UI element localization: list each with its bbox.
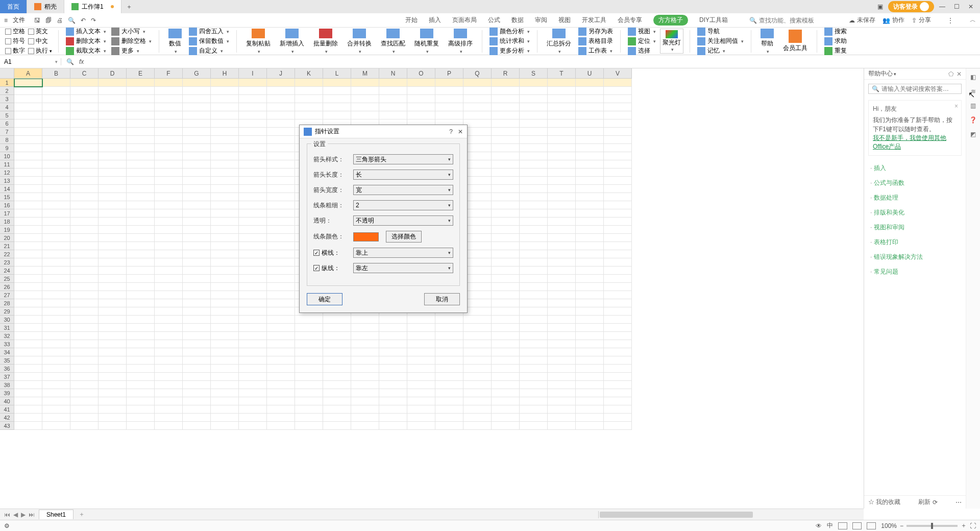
cell[interactable]	[42, 111, 70, 119]
cell[interactable]	[239, 87, 267, 95]
cell[interactable]	[14, 95, 42, 103]
cell[interactable]	[463, 389, 492, 397]
cell[interactable]	[463, 111, 492, 119]
ok-button[interactable]: 确定	[307, 293, 342, 305]
cell[interactable]	[351, 103, 379, 111]
cell[interactable]	[14, 332, 42, 340]
cancel-button[interactable]: 取消	[424, 293, 460, 305]
cell[interactable]	[463, 422, 492, 430]
cell[interactable]	[99, 307, 127, 316]
cell[interactable]	[42, 267, 70, 275]
cell[interactable]	[70, 258, 99, 267]
cell[interactable]	[239, 111, 267, 119]
cell[interactable]	[70, 405, 99, 414]
cell[interactable]	[548, 316, 576, 324]
cell[interactable]	[351, 373, 379, 381]
cell[interactable]	[323, 316, 351, 324]
cell[interactable]	[127, 144, 155, 152]
cell[interactable]	[239, 242, 267, 250]
cell[interactable]	[604, 128, 632, 136]
help-search-input[interactable]	[881, 85, 958, 92]
cell[interactable]	[70, 193, 99, 201]
row-header[interactable]: 27	[0, 291, 14, 299]
cell[interactable]	[520, 218, 548, 226]
cell[interactable]	[70, 95, 99, 103]
cell[interactable]	[548, 291, 576, 299]
cell[interactable]	[70, 87, 99, 95]
chinese-icon[interactable]: 中	[827, 521, 833, 530]
greet-link[interactable]: 我不是新手，我曾使用其他Office产品	[873, 134, 957, 151]
cell[interactable]	[183, 365, 211, 373]
ask-button[interactable]: 求助	[823, 37, 848, 45]
row-header[interactable]: 2	[0, 87, 14, 95]
cell[interactable]	[14, 103, 42, 111]
cell[interactable]	[155, 307, 183, 316]
col-header[interactable]: N	[379, 68, 407, 79]
cell[interactable]	[351, 389, 379, 397]
cell[interactable]	[127, 258, 155, 267]
cell[interactable]	[127, 160, 155, 168]
cell[interactable]	[520, 128, 548, 136]
cell[interactable]	[379, 397, 407, 405]
cell[interactable]	[99, 226, 127, 234]
check-space[interactable]: 空格	[5, 27, 25, 36]
sheet-prev-icon[interactable]: ◀	[13, 511, 18, 518]
cell[interactable]	[239, 389, 267, 397]
cell[interactable]	[127, 332, 155, 340]
cell[interactable]	[70, 168, 99, 177]
cell[interactable]	[463, 316, 492, 324]
cell[interactable]	[42, 95, 70, 103]
col-header[interactable]: F	[155, 68, 183, 79]
row-header[interactable]: 29	[0, 307, 14, 316]
cell[interactable]	[435, 422, 463, 430]
cell[interactable]	[14, 389, 42, 397]
help-item-insert[interactable]: 插入	[864, 161, 966, 176]
cell[interactable]	[435, 316, 463, 324]
cell[interactable]	[239, 332, 267, 340]
combo-arrow-length[interactable]: 长▾	[353, 170, 453, 180]
cell[interactable]	[323, 340, 351, 348]
cell[interactable]	[576, 348, 604, 356]
cell[interactable]	[42, 348, 70, 356]
cell[interactable]	[548, 234, 576, 242]
row-header[interactable]: 41	[0, 405, 14, 414]
saveas-button[interactable]: 另存为表	[577, 27, 614, 36]
cell[interactable]	[42, 422, 70, 430]
more-text-button[interactable]: 更多	[110, 46, 140, 55]
command-search[interactable]: 🔍	[749, 17, 825, 24]
col-header[interactable]: S	[520, 68, 548, 79]
cell[interactable]	[155, 234, 183, 242]
cell[interactable]	[239, 136, 267, 144]
cell[interactable]	[463, 250, 492, 258]
cell[interactable]	[323, 79, 351, 87]
cell[interactable]	[604, 283, 632, 291]
row-header[interactable]: 40	[0, 397, 14, 405]
cell[interactable]	[604, 397, 632, 405]
cell[interactable]	[183, 397, 211, 405]
addinsert-button[interactable]: 新增插入	[277, 29, 307, 54]
cell[interactable]	[70, 299, 99, 307]
menu-insert[interactable]: 插入	[429, 16, 441, 25]
cell[interactable]	[548, 365, 576, 373]
coloranalysis-button[interactable]: 颜色分析	[488, 27, 531, 36]
row-header[interactable]: 28	[0, 299, 14, 307]
cell[interactable]	[435, 103, 463, 111]
cell[interactable]	[548, 218, 576, 226]
cell[interactable]	[99, 324, 127, 332]
cell[interactable]	[548, 381, 576, 389]
cell[interactable]	[211, 144, 239, 152]
cell[interactable]	[127, 365, 155, 373]
cell[interactable]	[183, 185, 211, 193]
cell[interactable]	[70, 373, 99, 381]
cell[interactable]	[239, 299, 267, 307]
cell[interactable]	[323, 381, 351, 389]
cell[interactable]	[155, 177, 183, 185]
cell[interactable]	[239, 275, 267, 283]
cell[interactable]	[99, 275, 127, 283]
cell[interactable]	[99, 397, 127, 405]
cell[interactable]	[155, 152, 183, 160]
cell[interactable]	[127, 79, 155, 87]
cell[interactable]	[604, 381, 632, 389]
cell[interactable]	[492, 275, 520, 283]
batchdel-button[interactable]: 批量删除	[310, 29, 341, 54]
